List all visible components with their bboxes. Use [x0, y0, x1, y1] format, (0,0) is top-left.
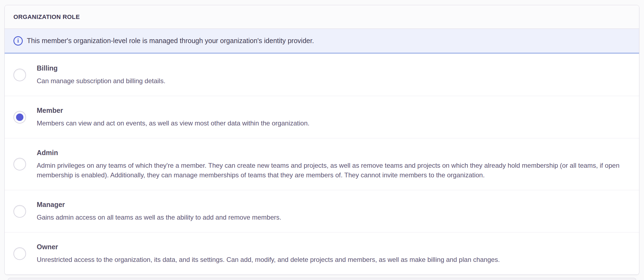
radio-member[interactable] — [13, 111, 26, 124]
role-row-manager[interactable]: Manager Gains admin access on all teams … — [5, 190, 639, 232]
role-row-owner[interactable]: Owner Unrestricted access to the organiz… — [5, 232, 639, 275]
role-label-owner: Owner — [37, 243, 500, 251]
panel-header: ORGANIZATION ROLE — [5, 5, 639, 29]
idp-managed-alert: i This member's organization-level role … — [5, 29, 639, 54]
role-description-owner: Unrestricted access to the organization,… — [37, 255, 500, 264]
role-label-billing: Billing — [37, 64, 166, 72]
role-row-billing[interactable]: Billing Can manage subscription and bill… — [5, 54, 639, 96]
radio-admin[interactable] — [13, 158, 26, 170]
role-description-admin: Admin privileges on any teams of which t… — [37, 161, 630, 180]
role-row-admin[interactable]: Admin Admin privileges on any teams of w… — [5, 138, 639, 190]
organization-role-panel: ORGANIZATION ROLE i This member's organi… — [4, 5, 639, 275]
role-row-member[interactable]: Member Members can view and act on event… — [5, 96, 639, 138]
info-icon: i — [13, 36, 23, 46]
radio-billing[interactable] — [13, 69, 26, 81]
next-card-top-edge — [8, 278, 636, 280]
role-label-manager: Manager — [37, 200, 281, 209]
role-label-admin: Admin — [37, 149, 630, 157]
role-label-member: Member — [37, 106, 309, 114]
alert-text: This member's organization-level role is… — [27, 37, 314, 45]
radio-manager[interactable] — [13, 205, 26, 218]
role-description-manager: Gains admin access on all teams as well … — [37, 212, 281, 222]
role-description-member: Members can view and act on events, as w… — [37, 118, 309, 128]
role-description-billing: Can manage subscription and billing deta… — [37, 76, 166, 86]
radio-owner[interactable] — [13, 247, 26, 260]
panel-title: ORGANIZATION ROLE — [13, 13, 80, 21]
